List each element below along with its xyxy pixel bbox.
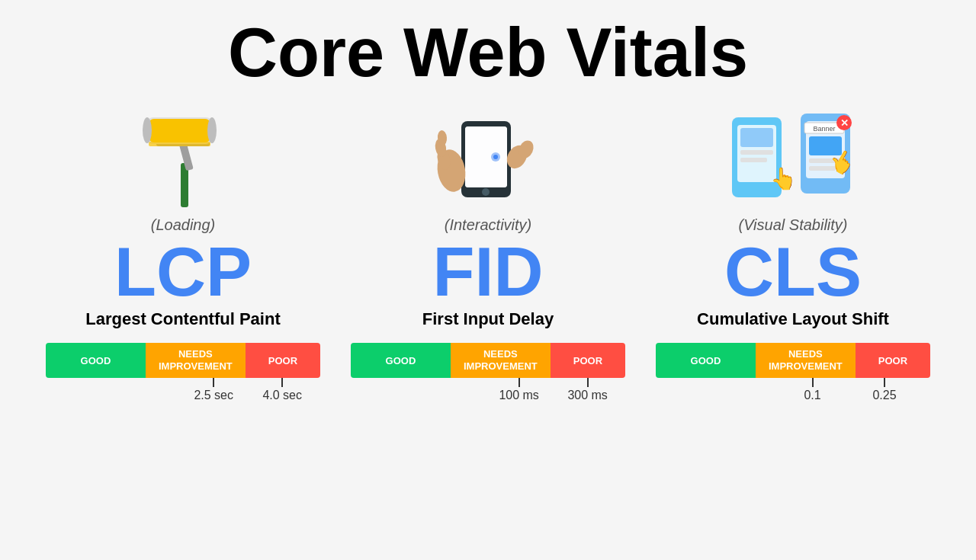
metrics-container: (Loading) LCP Largest Contentful Paint G… xyxy=(30,98,946,401)
lcp-tick-2-label: 4.0 sec xyxy=(262,389,302,402)
fid-tick-2: 300 ms xyxy=(567,378,607,402)
fid-tick-2-line xyxy=(587,378,589,387)
fid-tick-1: 100 ms xyxy=(499,378,538,402)
fid-name: First Input Delay xyxy=(422,309,554,329)
cls-bar-needs: NEEDS IMPROVEMENT xyxy=(756,343,856,378)
lcp-tick-2-line xyxy=(281,378,283,387)
cls-name: Cumulative Layout Shift xyxy=(697,309,889,329)
lcp-bar-good: GOOD xyxy=(46,343,146,378)
lcp-bar-poor: POOR xyxy=(246,343,320,378)
cls-acronym: CLS xyxy=(724,238,862,306)
lcp-tick-1-label: 2.5 sec xyxy=(194,389,233,402)
metric-lcp: (Loading) LCP Largest Contentful Paint G… xyxy=(38,98,328,401)
lcp-tick-1: 2.5 sec xyxy=(194,378,233,402)
cls-icon: Banner ✕ 👆 👆 xyxy=(721,98,865,213)
cls-ticks: 0.1 0.25 xyxy=(656,378,930,401)
svg-rect-8 xyxy=(149,142,210,146)
lcp-name: Largest Contentful Paint xyxy=(85,309,280,329)
cls-tick-2-line xyxy=(884,378,885,387)
lcp-icon xyxy=(126,98,240,213)
fid-bar-container: GOOD NEEDS IMPROVEMENT POOR 100 ms 300 m… xyxy=(351,343,625,401)
lcp-bar-container: GOOD NEEDS IMPROVEMENT POOR 2.5 sec 4.0 … xyxy=(46,343,320,401)
lcp-acronym: LCP xyxy=(114,238,252,306)
cls-tick-1-line xyxy=(812,378,814,387)
svg-text:👆: 👆 xyxy=(770,166,797,191)
fid-tick-1-label: 100 ms xyxy=(499,389,538,402)
fid-icon xyxy=(427,98,549,213)
svg-point-12 xyxy=(482,188,490,196)
cls-bar-container: GOOD NEEDS IMPROVEMENT POOR 0.1 0.25 xyxy=(656,343,930,401)
svg-rect-5 xyxy=(149,119,210,142)
fid-bar-needs: NEEDS IMPROVEMENT xyxy=(451,343,551,378)
svg-text:Banner: Banner xyxy=(813,125,835,133)
cls-bar: GOOD NEEDS IMPROVEMENT POOR xyxy=(656,343,930,378)
lcp-bar-needs: NEEDS IMPROVEMENT xyxy=(146,343,246,378)
page-title: Core Web Vitals xyxy=(228,15,748,91)
fid-tick-2-label: 300 ms xyxy=(567,389,607,402)
cls-subtitle: (Visual Stability) xyxy=(738,216,847,234)
cls-tick-1: 0.1 xyxy=(804,378,820,402)
fid-bar-good: GOOD xyxy=(351,343,451,378)
fid-bar: GOOD NEEDS IMPROVEMENT POOR xyxy=(351,343,625,378)
svg-rect-24 xyxy=(740,150,773,155)
svg-rect-11 xyxy=(465,126,507,187)
svg-point-20 xyxy=(493,155,498,159)
fid-bar-poor: POOR xyxy=(551,343,625,378)
cls-tick-2: 0.25 xyxy=(872,378,896,402)
cls-bar-poor: POOR xyxy=(856,343,930,378)
cls-tick-1-label: 0.1 xyxy=(804,389,820,402)
lcp-ticks: 2.5 sec 4.0 sec xyxy=(46,378,320,401)
lcp-tick-2: 4.0 sec xyxy=(262,378,302,402)
metric-cls: Banner ✕ 👆 👆 (Visual Stability) CLS Cumu… xyxy=(648,98,938,401)
lcp-bar: GOOD NEEDS IMPROVEMENT POOR xyxy=(46,343,320,378)
svg-point-7 xyxy=(207,117,217,143)
cls-bar-good: GOOD xyxy=(656,343,756,378)
svg-text:✕: ✕ xyxy=(840,117,849,129)
svg-rect-25 xyxy=(740,158,767,162)
lcp-subtitle: (Loading) xyxy=(151,216,216,234)
svg-rect-23 xyxy=(740,128,773,147)
fid-subtitle: (Interactivity) xyxy=(445,216,531,234)
fid-tick-1-line xyxy=(518,378,520,387)
metric-fid: (Interactivity) FID First Input Delay GO… xyxy=(343,98,633,401)
fid-ticks: 100 ms 300 ms xyxy=(351,378,625,401)
cls-tick-2-label: 0.25 xyxy=(872,389,896,402)
svg-point-6 xyxy=(143,117,152,143)
fid-acronym: FID xyxy=(433,238,544,306)
lcp-tick-1-line xyxy=(213,378,214,387)
